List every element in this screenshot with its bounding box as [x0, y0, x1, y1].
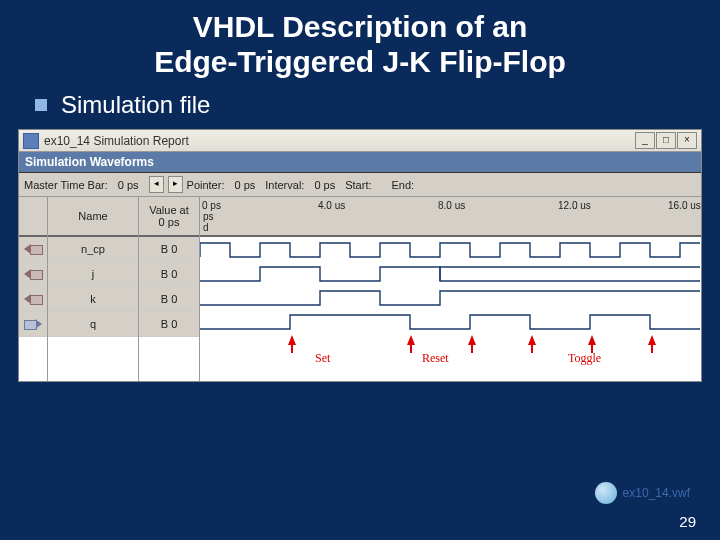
end-label: End:: [392, 179, 415, 191]
arrow-icon: [407, 335, 415, 345]
arrow-icon: [468, 335, 476, 345]
toolbar: Master Time Bar: 0 ps ◂ ▸ Pointer: 0 ps …: [19, 173, 701, 197]
step-fwd-button[interactable]: ▸: [168, 176, 183, 193]
start-label: Start:: [345, 179, 371, 191]
annotation-reset: Reset: [422, 351, 449, 366]
icon-column: [19, 197, 48, 381]
maximize-button[interactable]: □: [656, 132, 676, 149]
pin-out-icon[interactable]: [19, 312, 47, 337]
pin-in-icon[interactable]: [19, 262, 47, 287]
interval-value: 0 ps: [308, 179, 341, 191]
window-title: ex10_14 Simulation Report: [44, 134, 635, 148]
bullet-icon: [35, 99, 47, 111]
waveform-column[interactable]: 0 ps 4.0 us 8.0 us 12.0 us 16.0 us psd: [200, 197, 701, 381]
signal-name[interactable]: k: [48, 287, 138, 312]
subtitle-row: Simulation file: [0, 87, 720, 129]
interval-label: Interval:: [265, 179, 304, 191]
section-band: Simulation Waveforms: [19, 152, 701, 173]
waveform-svg: [200, 237, 700, 333]
titlebar: ex10_14 Simulation Report _ □ ×: [19, 130, 701, 152]
master-time-bar-label: Master Time Bar:: [24, 179, 108, 191]
step-back-button[interactable]: ◂: [149, 176, 164, 193]
close-button[interactable]: ×: [677, 132, 697, 149]
name-column: Name n_cp j k q: [48, 197, 139, 381]
arrow-icon: [588, 335, 596, 345]
subtitle: Simulation file: [61, 91, 210, 119]
page-number: 29: [679, 513, 696, 530]
pin-in-icon[interactable]: [19, 237, 47, 262]
file-link[interactable]: ex10_14.vwf: [595, 482, 690, 504]
app-icon: [23, 133, 39, 149]
value-header: Value at 0 ps: [139, 197, 199, 237]
annotation-area: Set Reset Toggle: [200, 333, 701, 381]
slide-title: VHDL Description of an Edge-Triggered J-…: [0, 0, 720, 87]
waveform-area: Name n_cp j k q Value at 0 ps B 0 B 0 B …: [19, 197, 701, 381]
file-name: ex10_14.vwf: [623, 486, 690, 500]
pointer-label: Pointer:: [187, 179, 225, 191]
minimize-button[interactable]: _: [635, 132, 655, 149]
master-time-bar-value: 0 ps: [112, 179, 145, 191]
signal-value: B 0: [139, 262, 199, 287]
vwf-file-icon: [595, 482, 617, 504]
annotation-set: Set: [315, 351, 330, 366]
annotation-toggle: Toggle: [568, 351, 601, 366]
signal-name[interactable]: j: [48, 262, 138, 287]
time-ruler: 0 ps 4.0 us 8.0 us 12.0 us 16.0 us psd: [200, 197, 701, 237]
signal-value: B 0: [139, 312, 199, 337]
value-column: Value at 0 ps B 0 B 0 B 0 B 0: [139, 197, 200, 381]
signal-name[interactable]: q: [48, 312, 138, 337]
pin-in-icon[interactable]: [19, 287, 47, 312]
pointer-value: 0 ps: [228, 179, 261, 191]
arrow-icon: [528, 335, 536, 345]
arrow-icon: [648, 335, 656, 345]
signal-value: B 0: [139, 237, 199, 262]
arrow-icon: [288, 335, 296, 345]
signal-name[interactable]: n_cp: [48, 237, 138, 262]
name-header: Name: [48, 197, 138, 237]
signal-value: B 0: [139, 287, 199, 312]
simulation-window: ex10_14 Simulation Report _ □ × Simulati…: [18, 129, 702, 382]
